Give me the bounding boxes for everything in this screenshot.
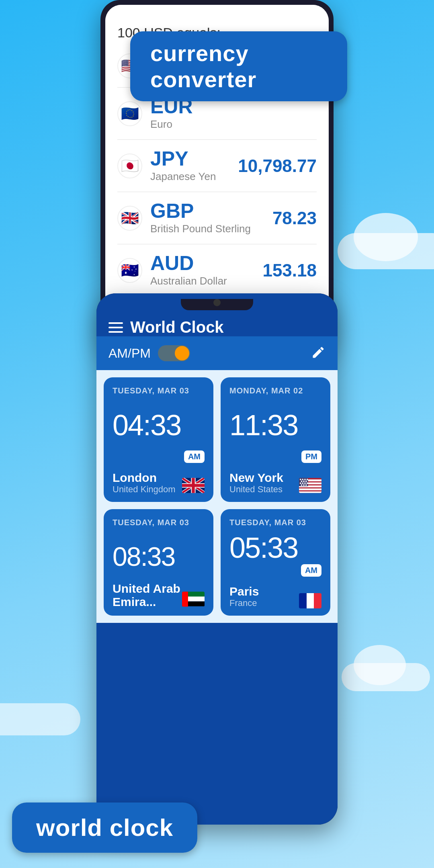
clock-card-newyork: MONDAY, MAR 02 11:33 PM New York United … [221, 377, 330, 502]
svg-point-9 [302, 479, 303, 480]
world-clock-banner-label: world clock [36, 814, 173, 841]
clock-screen-title: World Clock [130, 318, 224, 336]
clock-card-uae: TUESDAY, MAR 03 08:33 United Arab Emira.… [104, 509, 213, 616]
currency-banner-label: currency converter [150, 41, 256, 92]
jpy-flag: 🇯🇵 [117, 154, 142, 178]
clock-card-paris: TUESDAY, MAR 03 05:33 AM Paris France [221, 509, 330, 616]
gbp-code: GBP [150, 201, 272, 221]
paris-time: 05:33 [229, 531, 321, 564]
gbp-flag: 🇬🇧 [117, 206, 142, 231]
svg-point-11 [307, 479, 308, 480]
newyork-country: United States [229, 484, 283, 495]
paris-ampm: AM [301, 564, 321, 577]
newyork-date: MONDAY, MAR 02 [229, 386, 321, 395]
clock-header: World Clock [96, 310, 338, 336]
aud-code: AUD [150, 253, 262, 273]
svg-rect-25 [182, 592, 188, 606]
ampm-toggle-switch[interactable] [158, 345, 190, 361]
gbp-info: GBP British Pound Sterling [150, 201, 272, 235]
newyork-ampm: PM [301, 450, 321, 463]
svg-point-19 [301, 484, 303, 486]
eur-name: Euro [150, 118, 317, 131]
london-country: United Kingdom [113, 484, 176, 495]
svg-point-20 [303, 484, 305, 486]
aud-info: AUD Australian Dollar [150, 253, 262, 287]
world-clock-phone: World Clock AM/PM TUESDAY, MAR 03 04:33 [96, 293, 338, 825]
cloud-decoration-3 [0, 703, 80, 735]
currency-converter-banner: currency converter [130, 31, 347, 101]
clock-card-london: TUESDAY, MAR 03 04:33 AM London United K… [104, 377, 213, 502]
paris-city: Paris [229, 585, 259, 598]
uae-location: United Arab Emira... [113, 582, 182, 608]
aud-flag: 🇦🇺 [117, 258, 142, 283]
uae-flag [182, 592, 205, 608]
newyork-city: New York [229, 471, 283, 484]
gbp-name: British Pound Sterling [150, 223, 272, 235]
eur-flag: 🇪🇺 [117, 101, 142, 126]
svg-point-16 [302, 483, 303, 484]
london-flag [182, 478, 205, 495]
aud-name: Australian Dollar [150, 275, 262, 287]
paris-bottom: Paris France [229, 585, 321, 608]
svg-point-10 [304, 479, 306, 480]
svg-point-12 [301, 481, 303, 482]
hamburger-menu-button[interactable] [108, 322, 123, 333]
paris-flag [299, 593, 321, 608]
london-date: TUESDAY, MAR 03 [113, 386, 205, 395]
svg-point-8 [300, 479, 301, 480]
hamburger-line-2 [108, 327, 123, 328]
uae-bottom: United Arab Emira... [113, 582, 205, 608]
currency-row-gbp: 🇬🇧 GBP British Pound Sterling 78.23 [117, 192, 317, 244]
phone-top-bar [96, 293, 338, 310]
jpy-info: JPY Japanese Yen [150, 149, 238, 183]
svg-point-15 [300, 483, 301, 484]
eur-info: EUR Euro [150, 96, 317, 131]
france-flag-white [307, 593, 314, 608]
jpy-name: Japanese Yen [150, 170, 238, 183]
uae-city: United Arab Emira... [113, 582, 182, 608]
ampm-label: AM/PM [108, 346, 151, 361]
edit-button[interactable] [311, 345, 326, 361]
svg-rect-6 [299, 491, 321, 493]
notch-camera [213, 299, 221, 306]
world-clock-banner: world clock [12, 802, 197, 853]
jpy-value: 10,798.77 [238, 156, 317, 176]
clock-toolbar: AM/PM [96, 336, 338, 370]
phone-notch [181, 299, 253, 310]
jpy-code: JPY [150, 149, 238, 169]
hamburger-line-3 [108, 331, 123, 333]
newyork-location: New York United States [229, 471, 283, 495]
ampm-toggle-container: AM/PM [108, 345, 190, 361]
currency-row-aud: 🇦🇺 AUD Australian Dollar 153.18 [117, 244, 317, 297]
uae-date: TUESDAY, MAR 03 [113, 518, 205, 527]
paris-date: TUESDAY, MAR 03 [229, 518, 321, 527]
currency-row-jpy: 🇯🇵 JPY Japanese Yen 10,798.77 [117, 140, 317, 192]
clock-cards-grid: TUESDAY, MAR 03 04:33 AM London United K… [96, 370, 338, 623]
france-flag-red [314, 593, 321, 608]
svg-point-18 [307, 483, 308, 484]
london-time: 04:33 [113, 399, 205, 450]
london-ampm: AM [184, 450, 205, 463]
paris-country: France [229, 598, 259, 608]
paris-location: Paris France [229, 585, 259, 608]
svg-point-17 [304, 483, 306, 484]
uae-time: 08:33 [113, 531, 205, 582]
newyork-time: 11:33 [229, 399, 321, 450]
toggle-thumb [175, 346, 189, 360]
aud-value: 153.18 [262, 260, 317, 280]
svg-point-13 [303, 481, 305, 482]
cloud-decoration-1 [338, 233, 434, 269]
newyork-bottom: New York United States [229, 471, 321, 495]
newyork-flag [299, 478, 321, 495]
cloud-decoration-2 [342, 663, 430, 691]
svg-point-21 [305, 484, 307, 486]
svg-rect-5 [299, 488, 321, 490]
svg-point-14 [305, 481, 307, 482]
clock-screen: World Clock AM/PM TUESDAY, MAR 03 04:33 [96, 310, 338, 825]
london-bottom: London United Kingdom [113, 471, 205, 495]
france-flag-blue [299, 593, 307, 608]
gbp-value: 78.23 [272, 208, 317, 228]
london-location: London United Kingdom [113, 471, 176, 495]
hamburger-line-1 [108, 322, 123, 324]
london-city: London [113, 471, 176, 484]
